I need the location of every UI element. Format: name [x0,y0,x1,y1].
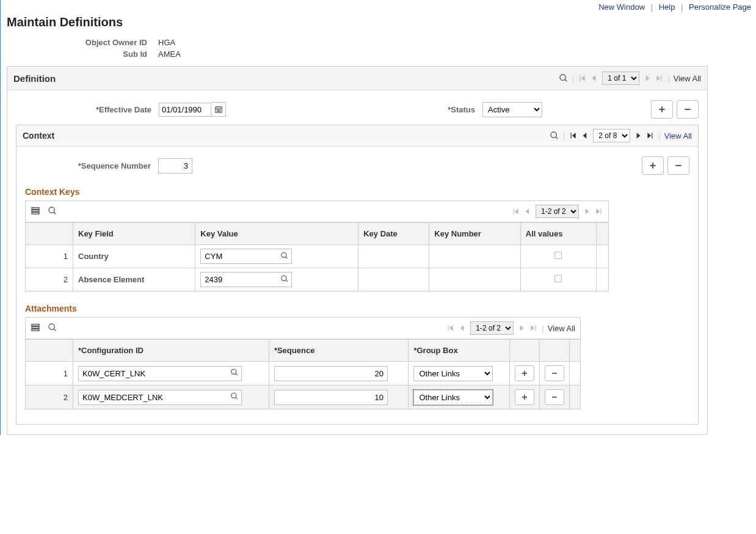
svg-point-11 [219,111,220,112]
context-section: Context | 2 of 8 | View All *Sequence Nu… [16,125,699,425]
next-icon [643,74,652,82]
svg-point-32 [49,324,54,329]
all-values-checkbox[interactable] [554,275,562,282]
col-all-values: All values [520,223,596,245]
row-number: 1 [26,362,73,386]
col-key-number: Key Number [429,223,521,245]
all-values-checkbox[interactable] [554,252,562,259]
table-row: 2 Absence Element [26,268,609,291]
col-key-value: Key Value [195,223,358,245]
row-number: 2 [26,386,73,409]
last-icon[interactable] [646,131,655,140]
grid-settings-icon[interactable] [31,323,40,334]
definition-range-select[interactable]: 1 of 1 [602,71,639,85]
svg-rect-30 [32,326,39,328]
svg-line-33 [54,329,56,331]
object-owner-id-value: HGA [158,38,175,47]
object-owner-id-label: Object Owner ID [7,38,158,47]
first-icon[interactable] [569,131,577,140]
search-icon[interactable] [48,323,57,334]
col-sequence: *Sequence [269,340,409,362]
group-box-select[interactable]: Other Links [413,390,493,405]
context-range-select[interactable]: 2 of 8 [593,129,630,142]
svg-rect-22 [32,212,39,214]
add-row-button[interactable] [515,389,534,405]
effective-date-label: *Effective Date [16,105,159,114]
svg-point-8 [219,110,220,111]
grid-settings-icon[interactable] [31,206,40,218]
svg-rect-29 [32,324,39,326]
attachments-title: Attachments [25,304,689,313]
add-row-button[interactable] [651,100,673,119]
key-field-value: Country [73,245,195,268]
group-box-select[interactable]: Other Links [413,366,493,381]
calendar-icon[interactable] [211,102,226,117]
effective-date-input[interactable] [159,103,211,117]
svg-point-25 [282,252,286,257]
svg-line-40 [236,397,238,399]
sequence-input[interactable] [274,390,388,405]
context-view-all[interactable]: View All [664,131,692,141]
separator: | [651,2,653,12]
add-row-button[interactable] [515,365,534,381]
config-id-input[interactable] [79,367,241,381]
svg-point-39 [231,393,236,398]
sub-id-label: Sub Id [7,49,158,59]
lookup-icon[interactable] [230,368,239,379]
row-number: 1 [26,245,73,268]
key-value-input[interactable] [201,249,291,263]
personalize-page-link[interactable]: Personalize Page [689,2,751,12]
prev-icon [458,324,467,332]
sequence-number-label: *Sequence Number [25,161,158,170]
sequence-number-input[interactable] [158,158,192,174]
svg-rect-20 [32,207,39,209]
col-config-id: *Configuration ID [73,340,269,362]
lookup-icon[interactable] [280,274,289,285]
definition-pager: | 1 of 1 | View All [559,71,701,85]
prev-icon[interactable] [581,131,589,140]
add-row-button[interactable] [642,156,664,175]
delete-row-button[interactable] [545,365,564,381]
attachments-view-all[interactable]: View All [548,324,575,333]
first-icon [578,74,586,82]
svg-point-23 [49,207,54,213]
delete-row-button[interactable] [667,156,689,175]
search-icon[interactable] [48,206,57,218]
context-title: Context [23,131,54,141]
config-id-input[interactable] [79,390,241,404]
lookup-icon[interactable] [230,392,239,403]
context-keys-range-select[interactable]: 1-2 of 2 [536,205,579,218]
help-link[interactable]: Help [659,2,675,12]
next-icon [517,324,526,332]
svg-point-6 [217,110,217,111]
status-select[interactable]: Active [482,102,542,117]
definition-view-all[interactable]: View All [674,74,701,83]
search-icon[interactable] [550,131,559,141]
context-keys-title: Context Keys [25,187,689,197]
svg-line-24 [54,212,56,214]
attachments-table: *Configuration ID *Sequence *Group Box 1… [25,339,581,409]
col-key-field: Key Field [73,223,195,245]
sequence-input[interactable] [274,366,388,381]
search-icon[interactable] [559,73,569,83]
next-icon[interactable] [634,131,642,140]
lookup-icon[interactable] [280,251,289,262]
svg-rect-21 [32,210,39,211]
table-row: 2 Other Links [26,386,581,409]
next-icon [583,207,591,216]
col-key-date: Key Date [358,223,429,245]
prev-icon [590,74,598,82]
new-window-link[interactable]: New Window [598,2,645,12]
key-value-input[interactable] [201,272,291,287]
svg-point-7 [218,110,219,111]
attachments-range-select[interactable]: 1-2 of 2 [470,321,514,335]
page-title: Maintain Definitions [7,15,756,29]
prev-icon [523,207,532,216]
last-icon [529,324,538,332]
svg-line-35 [236,373,238,375]
delete-row-button[interactable] [545,389,564,405]
key-field-value: Absence Element [73,268,195,291]
delete-row-button[interactable] [677,100,699,119]
svg-point-9 [217,111,217,112]
sub-id-value: AMEA [158,49,181,59]
